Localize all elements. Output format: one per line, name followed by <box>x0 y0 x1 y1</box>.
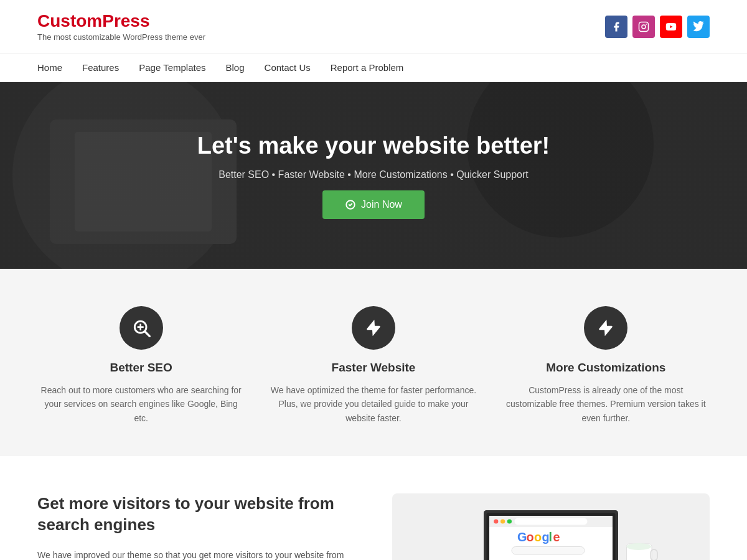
svg-point-15 <box>500 520 505 524</box>
laptop-image-area: G o o g l e <box>392 493 710 560</box>
svg-point-1 <box>642 25 646 29</box>
nav-link-report[interactable]: Report a Problem <box>331 54 404 82</box>
nav-item-contact[interactable]: Contact Us <box>265 54 311 82</box>
laptop-illustration: G o o g l e <box>392 493 710 560</box>
svg-rect-0 <box>639 22 649 31</box>
hero-title: Let's make your website better! <box>197 133 550 159</box>
svg-text:e: e <box>553 530 560 544</box>
svg-text:G: G <box>517 530 527 544</box>
nav-item-blog[interactable]: Blog <box>226 54 245 82</box>
hero-subtitle: Better SEO • Faster Website • More Custo… <box>218 169 529 180</box>
twitter-icon[interactable] <box>687 16 710 38</box>
feature-seo-desc: Reach out to more customers who are sear… <box>37 383 245 425</box>
bottom-heading: Get more visitors to your website from s… <box>37 493 355 536</box>
main-nav: Home Features Page Templates Blog Contac… <box>0 54 747 82</box>
nav-item-features[interactable]: Features <box>82 54 119 82</box>
svg-point-16 <box>507 520 512 524</box>
youtube-icon[interactable] <box>660 16 682 38</box>
bottom-description: We have improved our theme so that you g… <box>37 548 355 560</box>
feature-custom-desc: CustomPress is already one of the most c… <box>502 383 710 425</box>
site-logo-title[interactable]: CustomPress <box>37 11 205 31</box>
nav-item-report[interactable]: Report a Problem <box>331 54 404 82</box>
search-plus-icon <box>131 318 151 338</box>
feature-faster-title: Faster Website <box>332 361 416 375</box>
nav-link-blog[interactable]: Blog <box>226 54 245 82</box>
svg-line-5 <box>145 332 149 336</box>
svg-text:l: l <box>548 530 552 544</box>
bolt-icon-1 <box>364 318 383 338</box>
bottom-text-area: Get more visitors to your website from s… <box>37 493 355 560</box>
nav-item-page-templates[interactable]: Page Templates <box>139 54 205 82</box>
feature-faster: Faster Website We have optimized the the… <box>270 306 477 425</box>
logo-area: CustomPress The most customizable WordPr… <box>37 11 205 42</box>
social-icons-group <box>605 16 710 38</box>
svg-text:o: o <box>534 530 542 544</box>
nav-link-contact[interactable]: Contact Us <box>265 54 311 82</box>
feature-seo: Better SEO Reach out to more customers w… <box>37 306 245 425</box>
site-header: CustomPress The most customizable WordPr… <box>0 0 747 54</box>
nav-link-home[interactable]: Home <box>37 54 62 82</box>
features-grid: Better SEO Reach out to more customers w… <box>37 306 710 425</box>
facebook-icon[interactable] <box>605 16 627 38</box>
nav-link-features[interactable]: Features <box>82 54 119 82</box>
svg-text:o: o <box>526 530 533 544</box>
seo-icon-circle <box>120 306 163 350</box>
bottom-desc-start: We have improved our theme so that you g… <box>37 550 344 560</box>
checkmark-icon <box>345 199 356 210</box>
feature-seo-title: Better SEO <box>110 361 172 375</box>
custom-icon-circle <box>584 306 627 350</box>
features-section: Better SEO Reach out to more customers w… <box>0 269 747 456</box>
nav-item-home[interactable]: Home <box>37 54 62 82</box>
svg-rect-17 <box>515 518 588 525</box>
site-logo-subtitle: The most customizable WordPress theme ev… <box>37 32 205 42</box>
svg-point-2 <box>646 23 647 24</box>
join-now-label: Join Now <box>361 199 402 210</box>
join-now-button[interactable]: Join Now <box>322 190 425 219</box>
bottom-section: Get more visitors to your website from s… <box>0 456 747 560</box>
svg-point-27 <box>627 543 652 550</box>
feature-custom-title: More Customizations <box>546 361 665 375</box>
hero-section: Let's make your website better! Better S… <box>0 82 747 269</box>
faster-icon-circle <box>352 306 395 350</box>
svg-rect-24 <box>512 547 585 555</box>
laptop-image: G o o g l e <box>392 493 710 560</box>
svg-point-14 <box>494 520 498 524</box>
instagram-icon[interactable] <box>632 16 655 38</box>
feature-faster-desc: We have optimized the theme for faster p… <box>270 383 477 425</box>
feature-custom: More Customizations CustomPress is alrea… <box>502 306 710 425</box>
nav-link-page-templates[interactable]: Page Templates <box>139 54 205 82</box>
bolt-icon-2 <box>596 318 616 338</box>
